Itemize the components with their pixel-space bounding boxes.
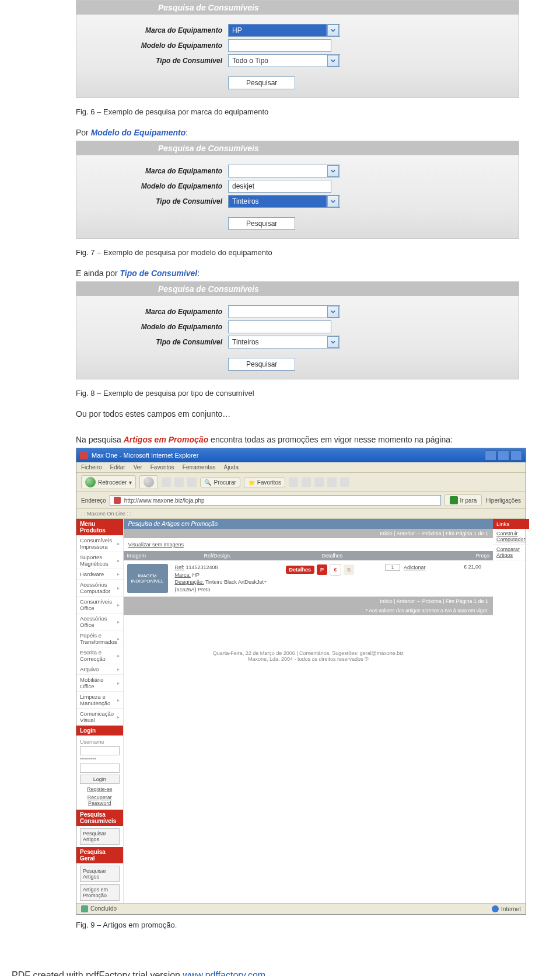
- sidebar-item[interactable]: Mobiliário Office▸: [76, 675, 123, 692]
- menu-bar[interactable]: Ficheiro Editar Ver Favoritos Ferramenta…: [76, 462, 526, 473]
- recover-password-link[interactable]: Recuperar Password: [80, 794, 120, 806]
- panel-header: Pesquisa de Consumíveis: [76, 282, 519, 296]
- post-fig8-line1: Ou por todos estes campos em conjunto…: [76, 409, 519, 419]
- chevron-down-icon[interactable]: [327, 336, 339, 348]
- menu-item[interactable]: Favoritos: [150, 464, 174, 470]
- modelo-input[interactable]: [228, 39, 331, 52]
- detalhes-badge[interactable]: Detalhes: [286, 566, 315, 574]
- pesquisar-button[interactable]: Pesquisar: [228, 358, 295, 371]
- sidebar-item[interactable]: Suportes Magnéticos▸: [76, 552, 123, 569]
- right-link[interactable]: Construir Computador: [493, 529, 529, 545]
- search-panel-fig6: Pesquisa de Consumíveis Marca do Equipam…: [76, 0, 519, 98]
- username-input[interactable]: [80, 746, 120, 755]
- pesquisa-consumiveis-header: Pesquisa Consumíveis: [76, 810, 123, 826]
- qty-input[interactable]: 1: [385, 564, 400, 571]
- page-title-bar: Pesquisa de Artigos em Promoção: [124, 519, 494, 529]
- toggle-images-link[interactable]: Visualizar sem Imagens: [124, 538, 494, 551]
- sidebar-item[interactable]: Arquivo▸: [76, 664, 123, 675]
- address-input[interactable]: http://www.maxone.biz/loja.php: [110, 495, 441, 506]
- history-icon[interactable]: [289, 477, 298, 487]
- chevron-down-icon[interactable]: [327, 25, 339, 36]
- marca-select[interactable]: HP: [228, 24, 340, 37]
- marca-select[interactable]: [228, 305, 340, 318]
- sidebar-item[interactable]: Consumíveis Impressora▸: [76, 535, 123, 552]
- links-label[interactable]: Hiperligações: [485, 497, 521, 504]
- search-panel-fig8: Pesquisa de Consumíveis Marca do Equipam…: [76, 281, 519, 379]
- mail-icon[interactable]: [302, 477, 311, 487]
- label-marca: Marca do Equipamento: [76, 308, 228, 316]
- stop-icon[interactable]: [162, 477, 171, 487]
- menu-item[interactable]: Ajuda: [224, 464, 239, 470]
- menu-item[interactable]: Editar: [110, 464, 125, 470]
- product-thumbnail: IMAGEM INDISPONÍVEL: [127, 564, 168, 593]
- sidebar-item[interactable]: Acessórios Computador▸: [76, 580, 123, 597]
- right-column: Links Construir Computador Comparar Arti…: [493, 519, 529, 903]
- marca-value: HP: [229, 25, 327, 36]
- pagination-top[interactable]: Início | Anterior ··· Próxima | Fim Pági…: [124, 529, 494, 538]
- artigos-promocao-button[interactable]: Artigos em Promoção: [80, 884, 120, 901]
- label-tipo: Tipo de Consumível: [76, 338, 228, 346]
- label-tipo: Tipo de Consumível: [76, 57, 228, 65]
- sidebar-item[interactable]: Acessórios Office▸: [76, 614, 123, 630]
- marca-select[interactable]: [228, 165, 340, 177]
- qty-cell: 1 Adicionar: [385, 564, 433, 571]
- tipo-select[interactable]: Todo o Tipo: [228, 54, 340, 67]
- site-brand: : : Maxone On Line : :: [76, 509, 526, 519]
- edit-icon[interactable]: [327, 477, 337, 487]
- sidebar-item[interactable]: Papéis e Transformados▸: [76, 630, 123, 647]
- euro-badge: €: [330, 564, 341, 576]
- table-header: Imagem Ref/Design. Detalhes Preço: [124, 551, 494, 560]
- home-icon[interactable]: [187, 477, 197, 487]
- sidebar-item[interactable]: Hardware▸: [76, 569, 123, 580]
- pdf-footer: PDF created with pdfFactory trial versio…: [12, 970, 560, 976]
- back-button[interactable]: Retroceder ▾: [81, 475, 136, 489]
- tipo-select[interactable]: Tinteiros: [228, 195, 340, 208]
- menu-item[interactable]: Ver: [134, 464, 142, 470]
- discuss-icon[interactable]: [340, 477, 349, 487]
- status-bar: Concluído Internet: [76, 903, 526, 914]
- tipo-select[interactable]: Tinteiros: [228, 336, 340, 348]
- s-badge: S: [344, 564, 354, 575]
- username-label: Username: [80, 739, 120, 745]
- go-button[interactable]: Ir para: [444, 494, 482, 506]
- pesquisa-geral-header: Pesquisa Geral: [76, 847, 123, 863]
- chevron-down-icon[interactable]: [327, 196, 339, 207]
- sidebar-item[interactable]: Comunicação Visual▸: [76, 709, 123, 726]
- right-link[interactable]: Comparar Artigos: [493, 545, 529, 560]
- register-link[interactable]: Registe-se: [80, 786, 120, 792]
- chevron-down-icon[interactable]: [327, 306, 339, 318]
- sidebar-item[interactable]: Limpeza e Manutenção▸: [76, 692, 123, 709]
- sidebar-item[interactable]: Consumíveis Office▸: [76, 597, 123, 614]
- search-button[interactable]: 🔍 Procurar: [200, 477, 240, 487]
- fig8-caption: Fig. 8 – Exemplo de pesquisa por tipo de…: [76, 389, 519, 398]
- pesquisar-artigos-button[interactable]: Pesquisar Artigos: [80, 828, 120, 845]
- pdffactory-link[interactable]: www.pdffactory.com: [183, 970, 265, 976]
- refresh-icon[interactable]: [174, 477, 184, 487]
- modelo-input[interactable]: deskjet: [228, 180, 331, 193]
- window-controls[interactable]: [485, 450, 522, 461]
- label-modelo: Modelo do Equipamento: [76, 41, 228, 50]
- favorites-button[interactable]: ⭐ Favoritos: [244, 477, 285, 487]
- modelo-input[interactable]: [228, 320, 331, 333]
- tipo-value: Tinteiros: [229, 196, 327, 207]
- lead-tipo: E ainda por Tipo de Consumível:: [76, 269, 519, 278]
- promo-badge: P: [317, 564, 327, 575]
- print-icon[interactable]: [314, 477, 324, 487]
- pesquisar-button[interactable]: Pesquisar: [228, 76, 295, 89]
- add-link[interactable]: Adicionar: [404, 564, 426, 570]
- menu-produtos-header: Menu Produtos: [76, 519, 123, 535]
- chevron-down-icon[interactable]: [327, 55, 339, 67]
- login-box: Username ******** Login Registe-se Recup…: [76, 736, 123, 810]
- menu-item[interactable]: Ficheiro: [81, 464, 102, 470]
- pesquisar-artigos-button[interactable]: Pesquisar Artigos: [80, 866, 120, 882]
- links-header: Links: [493, 519, 529, 529]
- forward-button[interactable]: [139, 475, 158, 489]
- sidebar-item[interactable]: Escrita e Correcção▸: [76, 647, 123, 664]
- login-button[interactable]: Login: [80, 775, 120, 784]
- toolbar: Retroceder ▾ 🔍 Procurar ⭐ Favoritos: [76, 473, 526, 492]
- pagination-bottom[interactable]: Início | Anterior ··· Próxima | Fim Pági…: [124, 597, 494, 606]
- chevron-down-icon[interactable]: [327, 165, 339, 177]
- pesquisar-button[interactable]: Pesquisar: [228, 217, 295, 230]
- menu-item[interactable]: Ferramentas: [183, 464, 216, 470]
- password-input[interactable]: [80, 764, 120, 773]
